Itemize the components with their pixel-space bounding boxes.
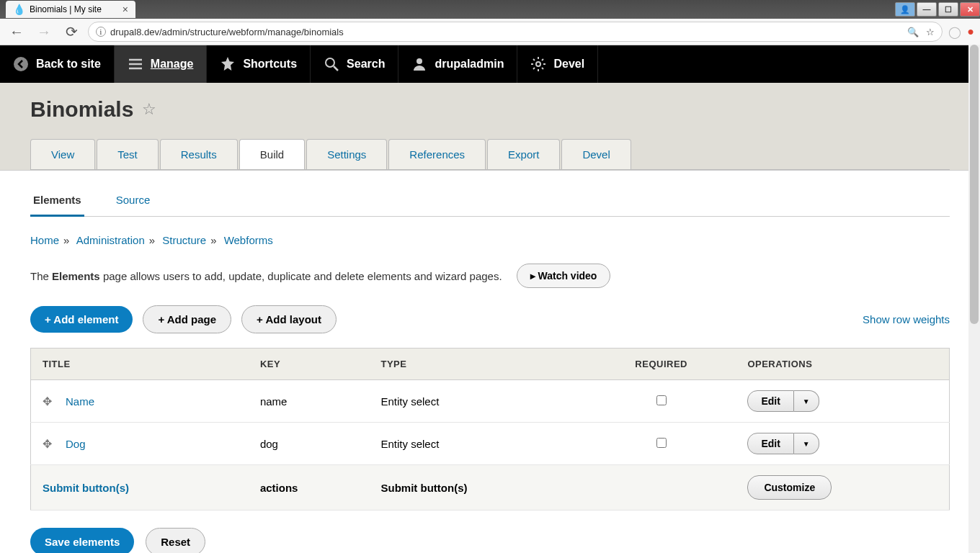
tab-build[interactable]: Build — [239, 139, 305, 169]
red-extension-icon[interactable]: ● — [967, 25, 974, 38]
breadcrumb-home[interactable]: Home — [30, 234, 59, 246]
page-header-region: Binomials ☆ View Test Results Build Sett… — [0, 83, 980, 171]
svg-point-1 — [326, 58, 334, 67]
required-checkbox[interactable] — [656, 395, 667, 405]
url-text: drupal8.dev/admin/structure/webform/mana… — [110, 27, 344, 37]
add-element-button[interactable]: + Add element — [30, 306, 133, 333]
url-bar[interactable]: i drupal8.dev/admin/structure/webform/ma… — [88, 22, 943, 42]
svg-point-4 — [536, 62, 540, 66]
svg-line-2 — [334, 66, 338, 71]
tab-export[interactable]: Export — [487, 139, 560, 169]
svg-point-0 — [14, 57, 28, 71]
tab-settings[interactable]: Settings — [306, 139, 387, 169]
star-icon — [220, 56, 236, 72]
col-title: TITLE — [31, 349, 249, 380]
customize-button[interactable]: Customize — [747, 475, 832, 500]
user-window-icon[interactable]: 👤 — [895, 2, 915, 17]
breadcrumb-webforms[interactable]: Webforms — [224, 234, 273, 246]
tab-bar: 💧 Binomials | My site × 👤 — ☐ ✕ — [0, 0, 980, 19]
tab-devel[interactable]: Devel — [561, 139, 631, 169]
manage[interactable]: Manage — [115, 45, 208, 83]
col-type: TYPE — [370, 349, 587, 380]
element-key: dog — [249, 423, 370, 465]
submit-key: actions — [249, 465, 370, 511]
submit-title-link[interactable]: Submit button(s) — [43, 482, 129, 494]
maximize-window-icon[interactable]: ☐ — [938, 2, 958, 17]
svg-point-3 — [416, 58, 422, 64]
table-row-submit: Submit button(s) actions Submit button(s… — [31, 465, 950, 511]
devel[interactable]: Devel — [517, 45, 598, 83]
close-window-icon[interactable]: ✕ — [960, 2, 980, 17]
content: Elements Source Home» Administration» St… — [0, 171, 980, 553]
user-icon — [411, 56, 427, 72]
secondary-tabs: Elements Source — [30, 185, 950, 217]
tab-results[interactable]: Results — [160, 139, 238, 169]
bookmark-star-icon[interactable]: ☆ — [926, 27, 935, 37]
element-key: name — [249, 380, 370, 423]
user-menu[interactable]: drupaladmin — [398, 45, 517, 83]
element-type: Entity select — [370, 380, 587, 423]
info-icon[interactable]: i — [96, 27, 106, 37]
reload-icon[interactable]: ⟳ — [61, 21, 82, 42]
minimize-window-icon[interactable]: — — [917, 2, 937, 17]
reset-button[interactable]: Reset — [146, 528, 205, 553]
show-row-weights[interactable]: Show row weights — [863, 313, 950, 325]
col-key: KEY — [249, 349, 370, 380]
shortcuts[interactable]: Shortcuts — [207, 45, 311, 83]
forward-icon: → — [33, 21, 55, 42]
subtab-source[interactable]: Source — [113, 185, 153, 216]
browser-tab[interactable]: 💧 Binomials | My site × — [6, 1, 135, 18]
scrollbar[interactable] — [968, 45, 980, 553]
edit-button[interactable]: Edit — [747, 433, 793, 454]
element-title-link[interactable]: Dog — [66, 438, 86, 450]
tab-test[interactable]: Test — [97, 139, 159, 169]
zoom-icon[interactable]: 🔍 — [907, 27, 919, 37]
save-elements-button[interactable]: Save elements — [30, 528, 134, 553]
tab-title: Binomials | My site — [30, 4, 102, 14]
hamburger-icon — [128, 56, 143, 72]
favorite-star-icon[interactable]: ☆ — [142, 100, 156, 119]
col-required: REQUIRED — [587, 349, 736, 380]
back-circle-icon — [13, 56, 29, 72]
nav-bar: ← → ⟳ i drupal8.dev/admin/structure/webf… — [0, 19, 980, 45]
add-page-button[interactable]: + Add page — [143, 305, 231, 333]
back-icon[interactable]: ← — [6, 21, 27, 42]
scroll-thumb[interactable] — [970, 45, 979, 324]
search-icon — [324, 56, 339, 72]
element-title-link[interactable]: Name — [66, 395, 94, 408]
breadcrumb-structure[interactable]: Structure — [162, 234, 206, 246]
gear-icon — [530, 56, 546, 72]
primary-tabs: View Test Results Build Settings Referen… — [30, 139, 950, 170]
add-layout-button[interactable]: + Add layout — [241, 305, 337, 333]
help-text: The Elements page allows users to add, u… — [30, 270, 502, 282]
search[interactable]: Search — [311, 45, 398, 83]
drag-handle-icon[interactable]: ✥ — [43, 437, 55, 451]
drag-handle-icon[interactable]: ✥ — [43, 395, 55, 408]
element-type: Entity select — [370, 423, 587, 465]
breadcrumb: Home» Administration» Structure» Webform… — [30, 234, 950, 246]
subtab-elements[interactable]: Elements — [30, 185, 84, 217]
col-operations: OPERATIONS — [736, 349, 949, 380]
help-row: The Elements page allows users to add, u… — [30, 264, 950, 288]
table-row: ✥Dog dog Entity select Edit▼ — [31, 423, 950, 465]
action-row: + Add element + Add page + Add layout Sh… — [30, 305, 950, 333]
back-to-site[interactable]: Back to site — [0, 45, 115, 83]
tab-references[interactable]: References — [388, 139, 486, 169]
drupal-toolbar: Back to site Manage Shortcuts Search dru… — [0, 45, 980, 83]
required-checkbox[interactable] — [656, 438, 667, 448]
extension-icon[interactable]: ◯ — [948, 25, 961, 39]
operations-dropdown-icon[interactable]: ▼ — [794, 390, 819, 412]
watch-video-button[interactable]: ▸ Watch video — [517, 264, 611, 288]
breadcrumb-admin[interactable]: Administration — [76, 234, 145, 246]
elements-table: TITLE KEY TYPE REQUIRED OPERATIONS ✥Name… — [30, 348, 950, 511]
form-actions: Save elements Reset — [30, 528, 950, 553]
window-controls: 👤 — ☐ ✕ — [895, 2, 980, 17]
tab-view[interactable]: View — [30, 139, 95, 169]
page-title: Binomials — [30, 97, 133, 122]
drupal-favicon-icon: 💧 — [13, 4, 25, 15]
submit-type: Submit button(s) — [370, 465, 587, 511]
operations-dropdown-icon[interactable]: ▼ — [794, 433, 819, 454]
edit-button[interactable]: Edit — [747, 390, 793, 412]
close-tab-icon[interactable]: × — [122, 4, 128, 15]
browser-chrome: 💧 Binomials | My site × 👤 — ☐ ✕ ← → ⟳ i … — [0, 0, 980, 45]
